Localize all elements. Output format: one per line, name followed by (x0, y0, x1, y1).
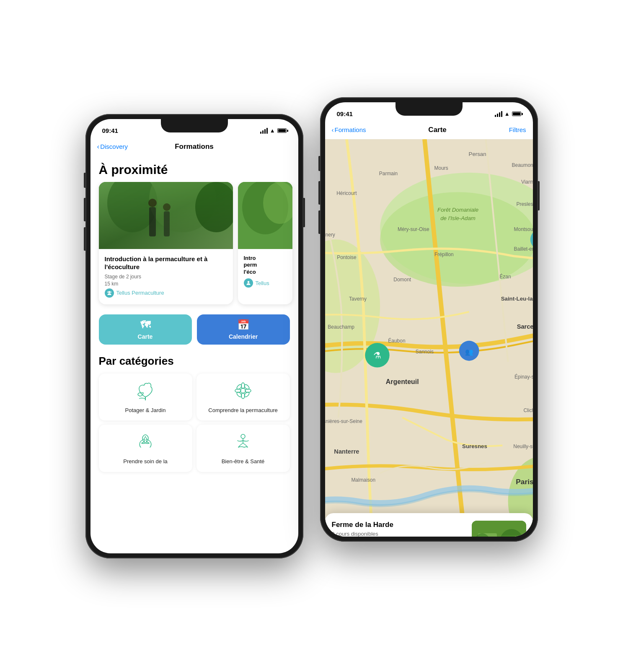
course-card-2[interactable]: Introperml'éco Tellus (238, 182, 292, 304)
svg-text:Presles: Presles (516, 201, 533, 207)
card-provider-1: Tellus Permaculture (105, 288, 227, 298)
nav-back-label[interactable]: Discovery (100, 143, 128, 150)
svg-text:Parmain: Parmain (379, 171, 397, 176)
status-time: 09:41 (102, 127, 118, 134)
categories-grid: Potager & Jardin (90, 374, 298, 472)
svg-text:Paris: Paris (516, 477, 533, 486)
popup-image-bg (472, 521, 526, 537)
volume-down-button-2[interactable] (318, 210, 320, 234)
category-bienetre[interactable]: Bien-être & Santé (196, 425, 290, 472)
notch-2 (396, 102, 463, 116)
chevron-left-icon-2: ‹ (332, 126, 334, 133)
svg-text:Viarmes: Viarmes (521, 179, 533, 185)
map-icon: 🗺 (140, 319, 150, 331)
wifi-icon: ▲ (270, 127, 275, 134)
notch (161, 119, 228, 132)
svg-point-8 (108, 291, 110, 293)
bar4 (266, 128, 268, 134)
category-permaculture[interactable]: Comprendre la permaculture (196, 374, 290, 421)
provider-icon-1 (105, 288, 114, 298)
calendrier-button[interactable]: 📅 Calendrier (197, 314, 290, 345)
popup-image (472, 521, 526, 537)
svg-text:Persan: Persan (468, 150, 486, 157)
silent-button[interactable] (84, 173, 85, 188)
card-title-1: Introduction à la permaculture et à l'éc… (105, 255, 227, 271)
svg-text:Argenteuil: Argenteuil (385, 378, 419, 385)
provider-name-2: Tellus (256, 280, 269, 286)
nearby-section-title: À proximité (90, 156, 298, 182)
scene: 09:41 ▲ ‹ Di (0, 0, 623, 672)
silent-button-2[interactable] (318, 156, 320, 171)
categories-section-title: Par catégories (90, 351, 298, 374)
bar1 (260, 132, 261, 134)
bar3 (264, 129, 266, 134)
volume-up-button[interactable] (84, 198, 85, 221)
nav-back-button[interactable]: ‹ Discovery (97, 143, 128, 151)
permaculture-icon (233, 380, 253, 403)
popup-subtitle: 6 cours disponibles (332, 531, 467, 537)
bar2-2 (497, 114, 498, 117)
nav-action-filtres[interactable]: Filtres (509, 126, 526, 133)
svg-point-2 (149, 182, 216, 232)
power-button[interactable] (303, 198, 305, 227)
screen-content: À proximité (90, 156, 298, 553)
card-info-2: Introperml'éco Tellus (238, 249, 292, 295)
soin-label: Prendre soin de la (123, 458, 168, 465)
svg-text:👥: 👥 (465, 348, 473, 355)
svg-text:Clichy: Clichy (523, 407, 533, 413)
svg-point-3 (195, 182, 233, 232)
carte-button[interactable]: 🗺 Carte (99, 314, 192, 345)
card-info-1: Introduction à la permaculture et à l'éc… (99, 249, 233, 304)
svg-point-21 (243, 384, 250, 390)
svg-point-10 (107, 291, 109, 293)
svg-text:Malmaison: Malmaison (351, 477, 375, 483)
provider-name-1: Tellus Permaculture (116, 290, 164, 296)
svg-point-15 (240, 388, 246, 393)
category-soin[interactable]: Prendre soin de la (99, 425, 192, 472)
chevron-left-icon: ‹ (97, 143, 100, 151)
nav-back-map[interactable]: ‹ Formations (332, 126, 366, 133)
nav-back-label-map[interactable]: Formations (335, 126, 366, 133)
soin-icon (135, 431, 156, 454)
svg-point-14 (247, 281, 249, 283)
svg-point-5 (148, 199, 157, 207)
svg-text:Sannois: Sannois (415, 349, 433, 355)
category-potager[interactable]: Potager & Jardin (99, 374, 192, 421)
volume-up-button-2[interactable] (318, 181, 320, 205)
potager-icon (135, 380, 156, 403)
svg-text:Sarcelles: Sarcelles (517, 323, 533, 330)
nav-title-map: Carte (428, 126, 446, 134)
map-container[interactable]: Persan Beaumont-sur-O Mours Viarmes Parm… (325, 139, 533, 537)
permaculture-label: Comprendre la permaculture (208, 407, 277, 414)
svg-text:Frépillon: Frépillon (434, 251, 453, 257)
card-title-2: Introperml'éco (244, 255, 287, 276)
svg-text:Éaubon: Éaubon (388, 337, 405, 343)
svg-text:Épinay-sur-Sa: Épinay-sur-Sa (514, 374, 533, 380)
bienetre-label: Bien-être & Santé (222, 458, 265, 465)
svg-text:Beauchamp: Beauchamp (328, 324, 354, 330)
svg-point-1 (107, 182, 158, 232)
bar4-2 (501, 111, 502, 117)
svg-text:Pontoise: Pontoise (337, 254, 357, 260)
svg-rect-6 (164, 211, 170, 236)
calendrier-label: Calendrier (229, 333, 258, 340)
svg-text:Ennery: Ennery (325, 232, 335, 238)
bienetre-icon (233, 431, 253, 454)
card-image-1 (99, 182, 233, 249)
volume-down-button[interactable] (84, 227, 85, 251)
svg-text:Baillet-en-Fran: Baillet-en-Fran (514, 246, 533, 252)
svg-point-22 (236, 391, 243, 398)
svg-point-20 (236, 384, 243, 390)
nav-title: Formations (175, 143, 214, 151)
map-canvas: Persan Beaumont-sur-O Mours Viarmes Parm… (325, 139, 533, 537)
nav-bar: ‹ Discovery Formations (90, 138, 298, 156)
power-button-2[interactable] (538, 181, 540, 210)
svg-text:Nanterre: Nanterre (334, 448, 359, 455)
phone-map: 09:41 ▲ ‹ Fo (320, 97, 538, 542)
course-card-1[interactable]: Introduction à la permaculture et à l'éc… (99, 182, 233, 304)
svg-text:Forêt Domaniale: Forêt Domaniale (437, 206, 478, 213)
action-buttons: 🗺 Carte 📅 Calendrier (90, 311, 298, 351)
svg-point-23 (243, 391, 250, 398)
calendar-icon: 📅 (237, 319, 250, 331)
svg-point-9 (110, 291, 111, 293)
